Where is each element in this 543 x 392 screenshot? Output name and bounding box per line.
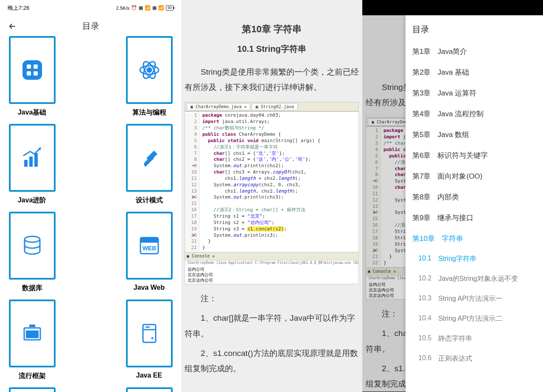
toc-item[interactable]: 第10章字符串	[406, 228, 543, 249]
toc-num: 10.3	[418, 294, 431, 303]
tile-label: 算法与编程	[132, 108, 166, 117]
toc-subitem[interactable]: 10.3String API方法演示一	[406, 289, 543, 309]
toc-item[interactable]: 第8章内部类	[406, 187, 543, 207]
note-item: 2、s1.concat()方法的底层实现原理就是用数组复制完成的。	[185, 346, 359, 376]
toc-item[interactable]: 第9章继承与接口	[406, 207, 543, 228]
svg-rect-0	[22, 60, 42, 80]
toc-num: 第7章	[412, 171, 431, 181]
category-tile[interactable]: 算法与编程	[125, 36, 174, 117]
tile-label: 流行框架	[19, 372, 46, 381]
svg-point-22	[151, 337, 153, 339]
note-item: 2、s1.concat()方法的底层实现原理就是用数组复制完成的。	[366, 361, 406, 392]
toc-item[interactable]: 第3章Java 运算符	[406, 83, 543, 104]
page-title: 目录	[82, 20, 99, 32]
signal-icon: 📶	[145, 5, 151, 11]
toc-num: 第1章	[412, 47, 431, 56]
svg-rect-3	[27, 71, 31, 76]
toc-item[interactable]: 第6章标识符与关键字	[406, 145, 543, 166]
notes-heading: 注：	[366, 306, 406, 322]
svg-point-13	[25, 236, 40, 242]
toc-num: 10.5	[418, 334, 431, 343]
toc-num: 10.4	[418, 314, 431, 323]
toc-text: String API方法演示二	[438, 314, 502, 323]
svg-text:WEB: WEB	[142, 245, 156, 252]
chapter-title: 第10章 字符串	[185, 20, 359, 38]
chart-icon	[20, 146, 45, 170]
signal-icon-2: 📶	[158, 5, 164, 11]
intro-paragraph: String类是使用非常频繁的一个类，之前已经有所涉及，接下来我们进行详绅讲解。	[185, 64, 359, 95]
svg-rect-18	[26, 330, 39, 338]
category-tile[interactable]: Java EE	[125, 300, 174, 381]
toc-text: String字符串	[438, 255, 476, 263]
editor-tab[interactable]: ▣ CharArrayDemo.java ✕	[368, 118, 406, 126]
toc-item[interactable]: 第7章面向对象(OO)	[406, 166, 543, 187]
toc-num: 10.1	[418, 255, 431, 263]
toc-text: Java简介	[437, 47, 467, 56]
back-button[interactable]	[8, 22, 17, 33]
toc-item[interactable]: 第1章Java简介	[406, 41, 543, 62]
svg-rect-4	[34, 71, 38, 76]
dimmed-article: 第10章 字符串10.1 String字符串String类是使用非常频繁的一个类…	[362, 15, 406, 392]
toc-text: Java 基础	[437, 67, 469, 77]
toc-text: 继承与接口	[437, 213, 473, 223]
toc-text: Java 运算符	[437, 88, 476, 98]
toc-subitem[interactable]: 10.2Java的String对象永远不变	[406, 269, 543, 289]
tile-label: 数据库	[22, 284, 42, 293]
category-tile[interactable]: APIJava API	[8, 387, 56, 392]
toc-num: 第5章	[412, 130, 431, 140]
svg-rect-11	[34, 153, 38, 167]
svg-rect-2	[34, 64, 38, 69]
svg-point-12	[142, 163, 144, 165]
editor-tab[interactable]: ▣ String02.java	[252, 103, 297, 111]
toc-num: 10.6	[418, 354, 431, 363]
web-icon: WEB	[137, 233, 162, 258]
category-tile[interactable]: Java基础	[8, 36, 56, 117]
category-tile[interactable]	[125, 387, 174, 392]
toc-num: 第4章	[412, 109, 431, 119]
categories-screen: 晚上7:26 2.5K/s ⏰ ▦ 📶 ▦ 📶 50 目录 Java基础算法与编…	[0, 0, 181, 392]
toc-num: 第2章	[412, 67, 431, 77]
code-screenshot: ▣ CharArrayDemo.java ✕▣ String02.java1pa…	[185, 102, 359, 284]
toc-item[interactable]: 第2章Java 基础	[406, 62, 543, 83]
battery-icon: 50	[166, 5, 174, 11]
toc-subitem[interactable]: 10.4String API方法演示二	[406, 309, 543, 329]
toc-subitem[interactable]: 10.1String字符串	[406, 249, 543, 269]
svg-rect-1	[27, 64, 31, 69]
toc-text: 面向对象(OO)	[437, 171, 482, 181]
note-item: 1、char[]就是一串字符，Java中可以作为字符串。	[366, 326, 406, 356]
toc-subitem[interactable]: 10.5静态字符串	[406, 329, 543, 349]
status-bar: 晚上7:26 2.5K/s ⏰ ▦ 📶 ▦ 📶 50	[0, 0, 181, 16]
toc-item[interactable]: 第4章Java 流程控制	[406, 104, 543, 124]
editor-tab[interactable]: ▣ CharArrayDemo.java ✕	[187, 103, 250, 111]
status-time: 晚上7:26	[8, 4, 29, 12]
toc-text: String API方法演示一	[438, 294, 502, 303]
category-tile[interactable]: 设计模式	[125, 124, 174, 205]
toc-subitem[interactable]: 10.6正则表达式	[406, 349, 543, 369]
category-tile[interactable]: WEBJava Web	[125, 212, 174, 293]
svg-rect-15	[140, 238, 158, 243]
article-screen: 第10章 字符串10.1 String字符串String类是使用非常频繁的一个类…	[181, 0, 362, 392]
toc-item[interactable]: 第5章Java 数组	[406, 124, 543, 145]
toc-num: 第8章	[412, 192, 431, 202]
server-icon	[137, 321, 162, 346]
toc-title: 目录	[406, 15, 543, 41]
tile-label: Java Web	[134, 284, 165, 291]
article-with-toc-screen: 第10章 字符串10.1 String字符串String类是使用非常频繁的一个类…	[362, 0, 543, 392]
grid-icon	[20, 58, 45, 82]
toc-text: 字符串	[442, 234, 463, 244]
tools-icon	[137, 146, 162, 170]
toc-text: Java 流程控制	[437, 109, 484, 119]
section-title: 10.1 String字符串	[366, 56, 406, 72]
svg-point-5	[147, 68, 151, 72]
category-tile[interactable]: 流行框架	[8, 300, 56, 381]
toc-text: Java 数组	[437, 130, 469, 140]
toc-drawer: 目录 第1章Java简介第2章Java 基础第3章Java 运算符第4章Java…	[406, 15, 543, 392]
black-status-bar	[362, 0, 543, 15]
category-tile[interactable]: 数据库	[8, 212, 56, 293]
category-tile[interactable]: Java进阶	[8, 124, 56, 205]
toc-text: 标识符与关键字	[437, 151, 488, 160]
svg-rect-10	[29, 157, 33, 167]
note-item: 1、char[]就是一串字符，Java中可以作为字符串。	[185, 311, 359, 341]
toc-num: 第6章	[412, 151, 431, 160]
tile-label: Java基础	[18, 108, 47, 117]
